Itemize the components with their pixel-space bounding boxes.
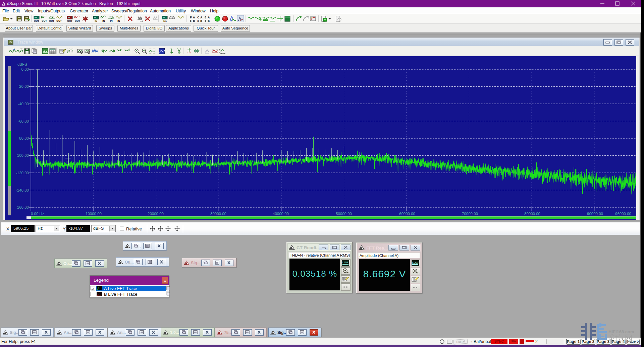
svg-text:IN: IN bbox=[110, 19, 113, 22]
svg-text:OUT: OUT bbox=[49, 19, 54, 22]
svg-text:70000.00: 70000.00 bbox=[462, 212, 478, 216]
svg-text:OUT: OUT bbox=[34, 19, 39, 22]
svg-text:OUT: OUT bbox=[75, 19, 80, 22]
svg-text:-140.00: -140.00 bbox=[16, 188, 29, 192]
svg-text:-80.00: -80.00 bbox=[18, 136, 29, 140]
svg-text:8: 8 bbox=[190, 19, 192, 22]
svg-text:-160.00: -160.00 bbox=[16, 205, 29, 209]
svg-text:OUT: OUT bbox=[67, 19, 72, 22]
svg-text:A: A bbox=[200, 16, 203, 19]
svg-text:A: A bbox=[193, 16, 195, 19]
svg-text:-100.00: -100.00 bbox=[16, 153, 29, 157]
svg-text:IN1: IN1 bbox=[163, 19, 167, 22]
svg-text:40000.00: 40000.00 bbox=[273, 212, 289, 216]
svg-text:B: B bbox=[200, 19, 203, 22]
svg-text:8: 8 bbox=[205, 16, 206, 19]
svg-text:-120.00: -120.00 bbox=[16, 171, 29, 175]
svg-text:IN: IN bbox=[95, 19, 97, 22]
svg-text:LOG: LOG bbox=[342, 261, 348, 264]
svg-text:20000.00: 20000.00 bbox=[148, 212, 164, 216]
svg-text:OUT: OUT bbox=[42, 19, 47, 22]
svg-text:30000.00: 30000.00 bbox=[210, 212, 226, 216]
svg-text:-0.00: -0.00 bbox=[20, 67, 29, 71]
svg-text:F: F bbox=[190, 16, 192, 19]
svg-text:8: 8 bbox=[205, 19, 206, 22]
svg-text:80000.00: 80000.00 bbox=[524, 212, 540, 216]
svg-text:IN: IN bbox=[102, 19, 105, 22]
svg-text:HIFI168.com: HIFI168.com bbox=[608, 329, 634, 334]
svg-text:96000.00: 96000.00 bbox=[615, 212, 631, 216]
svg-text:10000.00: 10000.00 bbox=[86, 212, 102, 216]
svg-text:60000.00: 60000.00 bbox=[399, 212, 415, 216]
svg-text:C: C bbox=[197, 16, 200, 19]
svg-text:90000.00: 90000.00 bbox=[587, 212, 603, 216]
svg-text:-60.00: -60.00 bbox=[18, 119, 29, 123]
svg-text:dBFS: dBFS bbox=[17, 62, 27, 66]
svg-text:-40.00: -40.00 bbox=[18, 102, 29, 106]
svg-text:-20.00: -20.00 bbox=[18, 84, 29, 88]
svg-text:0.00 Hz: 0.00 Hz bbox=[31, 212, 44, 216]
svg-text:IN: IN bbox=[117, 19, 120, 22]
svg-text:LOG: LOG bbox=[412, 261, 418, 264]
svg-text:B: B bbox=[193, 19, 195, 22]
svg-text:B: B bbox=[208, 19, 210, 22]
svg-text:8: 8 bbox=[197, 19, 199, 22]
svg-text:A: A bbox=[208, 16, 210, 19]
svg-text:50000.00: 50000.00 bbox=[336, 212, 352, 216]
svg-text:OUT: OUT bbox=[56, 19, 62, 22]
